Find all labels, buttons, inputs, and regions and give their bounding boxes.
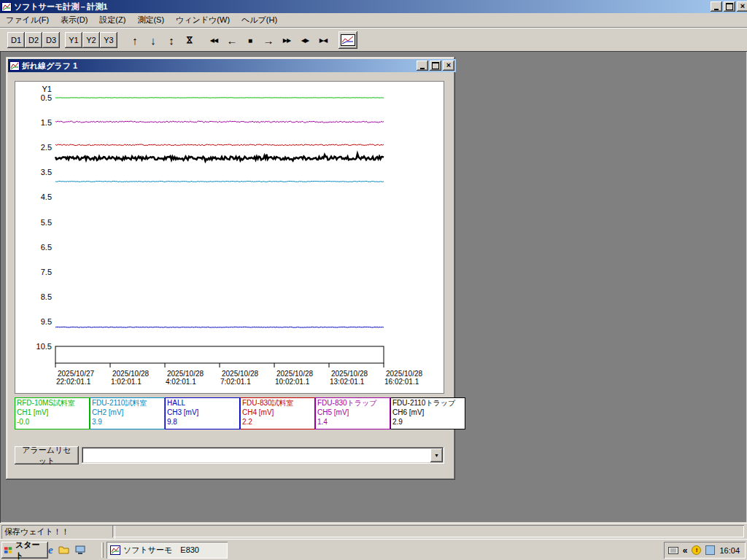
taskbar-item-softthermo[interactable]: ソフトサーモ E830 bbox=[107, 542, 228, 559]
chart-area: Y10.51.52.53.54.55.56.57.58.59.510.52025… bbox=[15, 81, 444, 394]
display-button-d3[interactable]: D3 bbox=[42, 32, 60, 48]
channel-legend: RFD-10MS試料室CH1 [mV]-0.0FDU-2110試料室CH2 [m… bbox=[15, 397, 442, 428]
close-button[interactable]: × bbox=[737, 1, 747, 12]
fast-rewind-icon: ◀◀ bbox=[210, 37, 217, 44]
alarm-combobox[interactable]: ▼ bbox=[82, 447, 444, 464]
series-line-ch4 bbox=[55, 144, 384, 146]
legend-value: 3.9 bbox=[92, 417, 163, 427]
axis-button-y2[interactable]: Y2 bbox=[82, 32, 100, 48]
notification-icon[interactable]: ! bbox=[692, 545, 701, 555]
axis-button-y1[interactable]: Y1 bbox=[65, 32, 82, 48]
y-axis-label: Y1 bbox=[42, 85, 52, 93]
desktop-icon[interactable] bbox=[75, 545, 86, 555]
scroll-down-icon: ↓ bbox=[150, 34, 156, 47]
graph-window-icon bbox=[9, 61, 20, 71]
minimize-button[interactable] bbox=[711, 1, 722, 12]
maximize-button[interactable] bbox=[724, 1, 735, 12]
y-tick-label: 7.5 bbox=[41, 268, 52, 276]
legend-cell-ch4: FDU-830試料室CH4 [mV]2.2 bbox=[240, 397, 315, 429]
series-line-ch3 bbox=[55, 327, 384, 327]
fast-forward-icon: ▶▶ bbox=[283, 37, 290, 44]
menu-file[interactable]: ファイル(F) bbox=[0, 13, 55, 27]
legend-channel: CH2 [mV] bbox=[92, 408, 163, 417]
graph-minimize-button[interactable] bbox=[417, 61, 428, 71]
menu-window[interactable]: ウィンドウ(W) bbox=[170, 13, 236, 27]
legend-cell-ch1: RFD-10MS試料室CH1 [mV]-0.0 bbox=[15, 397, 90, 429]
legend-value: 2.9 bbox=[392, 417, 463, 427]
close-icon: × bbox=[740, 2, 745, 10]
task-button-label: ソフトサーモ E830 bbox=[123, 545, 199, 556]
status-panel-secondary bbox=[112, 525, 744, 537]
series-line-ch2 bbox=[55, 181, 384, 182]
statusbar: 保存ウェイト！！ bbox=[0, 523, 747, 540]
step-forward-icon: → bbox=[263, 34, 274, 47]
legend-name: FDU-2110試料室 bbox=[92, 398, 163, 408]
graph-window-titlebar[interactable]: 折れ線グラフ 1 × bbox=[8, 59, 456, 72]
y-tick-label: 4.5 bbox=[41, 192, 52, 201]
ie-icon[interactable]: e bbox=[48, 544, 53, 556]
graph-maximize-button[interactable] bbox=[430, 61, 441, 71]
expand-horizontal-button[interactable]: ◀▶ bbox=[296, 32, 314, 48]
alarm-reset-button[interactable]: アラームリセット bbox=[15, 446, 79, 464]
line-graph-icon bbox=[341, 34, 355, 46]
x-tick-time: 13:02:01.1 bbox=[330, 378, 365, 386]
x-tick-time: 7:02:01.1 bbox=[220, 378, 251, 386]
legend-cell-ch3: HALLCH3 [mV]9.8 bbox=[165, 397, 240, 429]
taskbar-divider bbox=[101, 542, 104, 558]
combobox-dropdown-button[interactable]: ▼ bbox=[430, 448, 443, 462]
combobox-value[interactable] bbox=[84, 450, 428, 461]
menubar: ファイル(F) 表示(D) 設定(Z) 測定(S) ウィンドウ(W) ヘルプ(H… bbox=[0, 13, 747, 28]
step-back-icon: ← bbox=[227, 34, 238, 47]
scroll-down-button[interactable]: ↓ bbox=[144, 32, 162, 48]
desktop: ソフトサーモ計測－計測1 × ファイル(F) 表示(D) 設定(Z) 測定(S)… bbox=[0, 0, 747, 560]
scroll-up-button[interactable]: ↑ bbox=[126, 32, 144, 48]
main-titlebar[interactable]: ソフトサーモ計測－計測1 × bbox=[0, 0, 747, 13]
legend-cell-ch6: FDU-2110トラップCH6 [mV]2.9 bbox=[390, 397, 465, 429]
y-tick-label: 1.5 bbox=[41, 118, 52, 127]
menu-help[interactable]: ヘルプ(H) bbox=[236, 13, 283, 27]
keyboard-icon[interactable] bbox=[668, 547, 678, 554]
quick-launch: e bbox=[48, 542, 86, 558]
line-chart: Y10.51.52.53.54.55.56.57.58.59.510.52025… bbox=[15, 82, 442, 392]
window-title: ソフトサーモ計測－計測1 bbox=[14, 1, 709, 12]
fast-forward-button[interactable]: ▶▶ bbox=[278, 32, 295, 48]
x-tick-time: 1:02:01.1 bbox=[111, 378, 142, 386]
x-tick-date: 2025/10/28 bbox=[276, 370, 313, 378]
legend-channel: CH6 [mV] bbox=[392, 408, 463, 417]
legend-value: 2.2 bbox=[242, 417, 313, 427]
display-button-d1[interactable]: D1 bbox=[7, 32, 25, 48]
y-tick-label: 3.5 bbox=[41, 168, 52, 176]
graph-window-content: Y10.51.52.53.54.55.56.57.58.59.510.52025… bbox=[8, 72, 453, 478]
graph-close-button[interactable]: × bbox=[443, 61, 454, 71]
collapse-horizontal-icon: ▶◀ bbox=[320, 37, 327, 44]
system-tray: « ! 16:04 bbox=[664, 542, 746, 559]
status-icon[interactable] bbox=[705, 545, 715, 555]
collapse-horizontal-button[interactable]: ▶◀ bbox=[314, 32, 332, 48]
legend-channel: CH4 [mV] bbox=[242, 408, 313, 417]
expand-vertical-button[interactable]: ↕ bbox=[163, 32, 180, 48]
stop-icon: ■ bbox=[248, 36, 252, 44]
menu-view[interactable]: 表示(D) bbox=[55, 13, 93, 27]
minimize-icon bbox=[714, 9, 719, 10]
time-compress-button[interactable]: ⋈ bbox=[181, 32, 198, 48]
menu-settings[interactable]: 設定(Z) bbox=[93, 13, 131, 27]
folder-icon[interactable] bbox=[58, 545, 70, 555]
step-forward-button[interactable]: → bbox=[260, 32, 277, 48]
x-tick-date: 2025/10/28 bbox=[222, 370, 258, 378]
scroll-up-icon: ↑ bbox=[132, 34, 138, 47]
menu-measure[interactable]: 測定(S) bbox=[131, 13, 170, 27]
fast-rewind-button[interactable]: ◀◀ bbox=[205, 32, 222, 48]
stop-button[interactable]: ■ bbox=[241, 32, 259, 48]
legend-value: 1.4 bbox=[317, 417, 388, 427]
step-back-button[interactable]: ← bbox=[223, 32, 241, 48]
taskbar: スタート e ソフトサーモ E830 bbox=[0, 539, 747, 560]
hide-icons-chevron[interactable]: « bbox=[683, 545, 688, 556]
axis-button-y3[interactable]: Y3 bbox=[100, 32, 117, 48]
x-tick-time: 4:02:01.1 bbox=[166, 378, 196, 386]
start-button[interactable]: スタート bbox=[1, 542, 48, 559]
legend-channel: CH5 [mV] bbox=[317, 408, 388, 417]
time-compress-icon: ⋈ bbox=[185, 36, 195, 44]
mdi-area: 折れ線グラフ 1 × Y10.51.52.53.54.55.56.57.58.5… bbox=[0, 51, 747, 523]
display-button-d2[interactable]: D2 bbox=[25, 32, 42, 48]
graph-display-button[interactable] bbox=[338, 31, 357, 49]
